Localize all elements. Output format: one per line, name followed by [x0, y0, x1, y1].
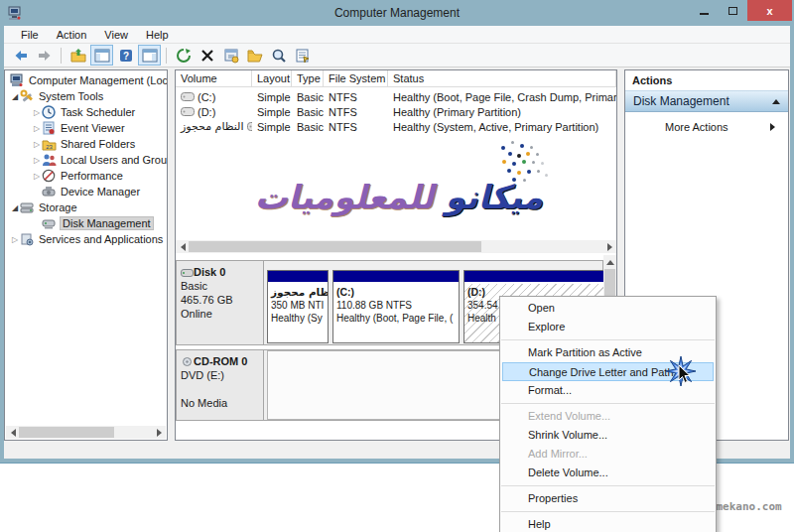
submenu-arrow-icon	[770, 123, 779, 131]
collapsed-twisty-icon[interactable]: ▷	[32, 108, 42, 117]
menu-view[interactable]: View	[95, 26, 137, 44]
volume-type: Basic	[292, 121, 324, 133]
collapsed-twisty-icon[interactable]: ▷	[32, 172, 42, 181]
volume-row-d[interactable]: (D:) Simple Basic NTFS Healthy (Primary …	[176, 104, 616, 119]
menu-item-properties[interactable]: Properties	[500, 489, 716, 508]
export-list-icon	[295, 48, 311, 64]
properties-icon	[223, 48, 239, 64]
watermark-arabic-text: ميكانو للمعلوميات	[235, 178, 563, 216]
menu-separator	[501, 511, 715, 512]
partition-name: (C:)	[336, 286, 354, 298]
volume-row-system-reserved[interactable]: النظام محجوز Simple Basic NTFS Healthy (…	[176, 119, 616, 134]
partition-name: نظام محجوز	[271, 286, 328, 298]
column-layout[interactable]: Layout	[252, 70, 292, 86]
svg-text:?: ?	[122, 51, 128, 62]
volume-row-c[interactable]: (C:) Simple Basic NTFS Healthy (Boot, Pa…	[176, 89, 616, 104]
help-button[interactable]: ?	[114, 45, 137, 66]
menu-item-open[interactable]: Open	[500, 299, 716, 318]
volume-list-horizontal-scrollbar[interactable]	[176, 240, 616, 253]
refresh-button[interactable]	[172, 45, 195, 66]
minimize-button[interactable]	[690, 0, 719, 21]
partition-status: Health	[467, 313, 496, 324]
maximize-button[interactable]	[719, 0, 747, 21]
disk0-label[interactable]: Disk 0 Basic 465.76 GB Online	[177, 261, 264, 344]
scrollbar-thumb[interactable]	[19, 427, 114, 438]
column-status[interactable]: Status	[388, 70, 616, 86]
column-volume[interactable]: Volume	[176, 70, 252, 86]
show-action-pane-button[interactable]	[138, 45, 161, 66]
tree-label: Disk Management	[61, 217, 153, 229]
tree-item-system-tools[interactable]: ◢ System Tools	[5, 88, 167, 104]
partition-size: 110.88 GB NTFS	[336, 300, 412, 311]
help-icon: ?	[118, 48, 134, 64]
tree-item-performance[interactable]: ▷ Performance	[5, 168, 167, 184]
tree-item-services-applications[interactable]: ▷ Services and Applications	[5, 231, 167, 247]
up-folder-icon	[70, 48, 86, 64]
disk-management-icon	[42, 216, 57, 230]
open-folder-icon	[247, 48, 263, 64]
properties-button[interactable]	[219, 45, 242, 66]
minimize-icon	[700, 13, 709, 15]
column-file-system[interactable]: File System	[324, 70, 388, 86]
cd-rom-icon	[181, 357, 194, 366]
tree-item-device-manager[interactable]: Device Manager	[5, 184, 167, 200]
tree-item-shared-folders[interactable]: ▷ 23 Shared Folders	[5, 136, 167, 152]
svg-text:23: 23	[46, 144, 53, 150]
menu-item-explore[interactable]: Explore	[500, 318, 716, 336]
menu-file[interactable]: File	[12, 26, 48, 44]
primary-partition-band	[268, 271, 328, 283]
services-icon	[20, 232, 35, 246]
volume-icon	[181, 92, 195, 101]
tree-item-event-viewer[interactable]: ▷ Event Viewer	[5, 120, 167, 136]
open-folder-button[interactable]	[243, 45, 266, 66]
collapse-icon[interactable]	[772, 95, 780, 104]
collapsed-twisty-icon[interactable]: ▷	[32, 156, 42, 165]
tree-label: Services and Applications	[39, 233, 163, 245]
scroll-right-icon[interactable]	[603, 240, 616, 253]
find-button[interactable]	[267, 45, 290, 66]
tree-item-disk-management[interactable]: Disk Management	[5, 215, 167, 231]
up-one-level-button[interactable]	[66, 45, 89, 66]
back-button[interactable]	[9, 45, 32, 66]
scroll-up-icon[interactable]	[603, 255, 616, 268]
volume-layout: Simple	[252, 121, 292, 133]
show-console-tree-button[interactable]	[90, 45, 113, 66]
menu-item-help[interactable]: Help	[500, 515, 716, 532]
tree-item-storage[interactable]: ◢ Storage	[5, 200, 167, 215]
expanded-twisty-icon[interactable]: ◢	[10, 92, 20, 101]
partition-c[interactable]: (C:) 110.88 GB NTFS Healthy (Boot, Page …	[332, 270, 460, 343]
tree-item-local-users-groups[interactable]: ▷ Local Users and Groups	[5, 152, 167, 168]
menu-item-delete-volume[interactable]: Delete Volume...	[500, 464, 716, 482]
scroll-left-icon[interactable]	[6, 426, 19, 439]
collapsed-twisty-icon[interactable]: ▷	[10, 235, 20, 244]
partition-name: (D:)	[467, 286, 485, 298]
scroll-right-icon[interactable]	[153, 426, 166, 439]
device-manager-icon	[42, 185, 57, 199]
cdrom-name: CD-ROM 0	[194, 355, 247, 367]
collapsed-twisty-icon[interactable]: ▷	[32, 124, 42, 133]
scroll-left-icon[interactable]	[176, 240, 189, 253]
cdrom-label[interactable]: CD-ROM 0 DVD (E:) No Media	[177, 350, 264, 420]
scrollbar-thumb[interactable]	[189, 241, 481, 252]
partition-system-reserved[interactable]: نظام محجوز 350 MB NTI Healthy (Sy	[267, 270, 329, 343]
tree-horizontal-scrollbar[interactable]	[6, 426, 166, 439]
console-tree-icon	[94, 48, 110, 64]
forward-button[interactable]	[33, 45, 56, 66]
actions-section-disk-management[interactable]: Disk Management	[625, 90, 788, 112]
tree-item-computer-management[interactable]: Computer Management (Local	[5, 72, 167, 88]
column-type[interactable]: Type	[292, 70, 324, 86]
delete-icon	[199, 48, 215, 64]
menu-help[interactable]: Help	[137, 26, 178, 44]
menu-item-shrink-volume[interactable]: Shrink Volume...	[500, 426, 716, 445]
more-actions-item[interactable]: More Actions	[625, 118, 788, 135]
menu-action[interactable]: Action	[48, 26, 96, 44]
export-list-button[interactable]	[291, 45, 314, 66]
tree-item-task-scheduler[interactable]: ▷ Task Scheduler	[5, 104, 167, 120]
collapsed-twisty-icon[interactable]: ▷	[32, 140, 42, 149]
back-icon	[13, 48, 29, 64]
close-button[interactable]: x	[747, 0, 792, 21]
expanded-twisty-icon[interactable]: ◢	[10, 203, 20, 212]
more-actions-label: More Actions	[665, 121, 728, 133]
toolbar-separator	[61, 48, 62, 64]
delete-button[interactable]	[196, 45, 218, 66]
